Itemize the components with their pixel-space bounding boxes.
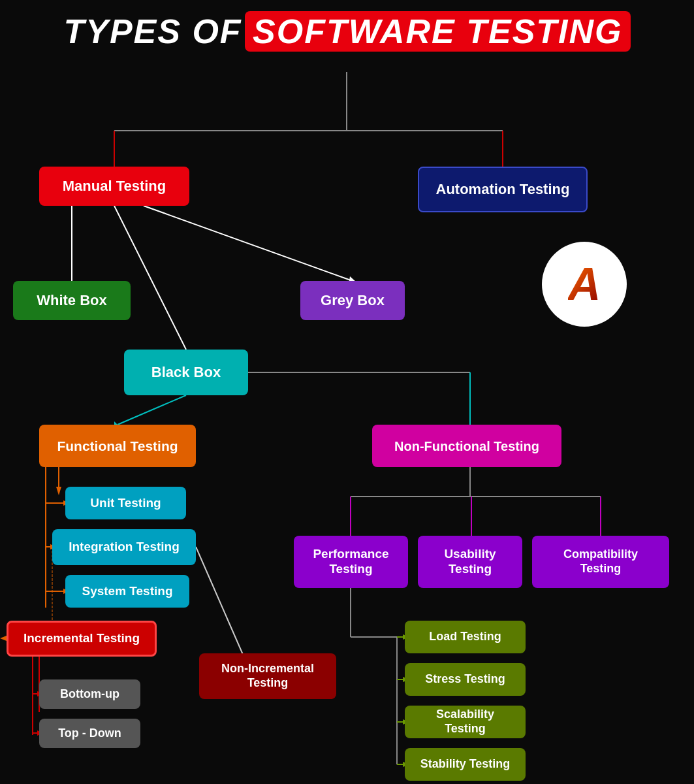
- system-testing-node: System Testing: [65, 575, 189, 608]
- logo-symbol: A: [568, 261, 601, 307]
- title-part1: TYPES OF: [63, 12, 242, 50]
- non-functional-testing-node: Non-Functional Testing: [372, 425, 561, 467]
- svg-line-29: [196, 547, 248, 666]
- black-box-node: Black Box: [124, 350, 248, 395]
- svg-line-10: [114, 206, 186, 350]
- scalability-testing-node: Scalability Testing: [405, 706, 526, 738]
- svg-line-12: [118, 395, 186, 425]
- unit-testing-node: Unit Testing: [65, 487, 186, 519]
- compatibility-testing-node: Compatibility Testing: [532, 536, 669, 588]
- svg-marker-28: [0, 636, 7, 641]
- grey-box-node: Grey Box: [300, 281, 405, 320]
- bottom-up-node: Bottom-up: [39, 679, 140, 709]
- stress-testing-node: Stress Testing: [405, 663, 526, 696]
- functional-testing-node: Functional Testing: [39, 425, 196, 467]
- performance-testing-node: Performance Testing: [294, 536, 408, 588]
- svg-marker-18: [56, 487, 61, 495]
- logo-circle: A: [542, 242, 627, 327]
- incremental-testing-node: Incremental Testing: [7, 621, 157, 657]
- connector-lines: [0, 0, 694, 784]
- usability-testing-node: Usability Testing: [418, 536, 522, 588]
- title-part2: SOFTWARE TESTING: [245, 11, 630, 52]
- manual-testing-node: Manual Testing: [39, 167, 189, 206]
- title-area: TYPES OF SOFTWARE TESTING: [0, 12, 694, 51]
- svg-line-8: [144, 206, 353, 281]
- diagram-container: TYPES OF SOFTWARE TESTING: [0, 0, 694, 784]
- white-box-node: White Box: [13, 281, 131, 320]
- top-down-node: Top - Down: [39, 719, 140, 748]
- automation-testing-node: Automation Testing: [418, 167, 588, 212]
- integration-testing-node: Integration Testing: [52, 529, 196, 565]
- non-incremental-testing-node: Non-Incremental Testing: [199, 653, 336, 699]
- stability-testing-node: Stability Testing: [405, 748, 526, 781]
- load-testing-node: Load Testing: [405, 621, 526, 653]
